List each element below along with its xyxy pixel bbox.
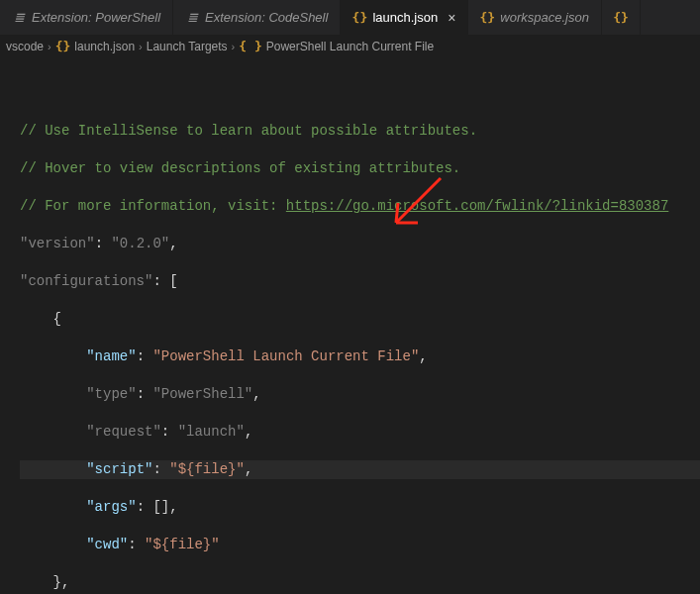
chevron-right-icon: ›	[232, 41, 236, 52]
breadcrumb-item[interactable]: { } PowerShell Launch Current File	[239, 39, 434, 53]
tab-extension-codeshell[interactable]: ≣ Extension: CodeShell	[173, 0, 341, 35]
tab-label: Extension: PowerShell	[32, 10, 160, 25]
tab-extension-powershell[interactable]: ≣ Extension: PowerShell	[0, 0, 173, 35]
tab-label: Extension: CodeShell	[205, 10, 328, 25]
close-icon[interactable]: ×	[448, 10, 455, 26]
comment: // Use IntelliSense to learn about possi…	[20, 123, 477, 139]
chevron-right-icon: ›	[139, 41, 143, 52]
json-icon: {}	[55, 39, 71, 53]
tab-label: launch.json	[372, 10, 438, 25]
tab-overflow[interactable]: {}	[602, 0, 641, 35]
tab-label: workspace.json	[500, 10, 589, 25]
chevron-right-icon: ›	[48, 41, 51, 52]
json-icon: {}	[614, 11, 628, 25]
tab-launch-json[interactable]: {} launch.json ×	[341, 0, 468, 35]
breadcrumb: vscode › {} launch.json › Launch Targets…	[0, 35, 700, 57]
extension-icon: ≣	[185, 11, 199, 25]
breadcrumb-section[interactable]: Launch Targets	[147, 40, 228, 53]
link[interactable]: https://go.microsoft.com/fwlink/?linkid=…	[286, 198, 668, 214]
json-icon: {}	[352, 11, 366, 25]
comment: // For more information, visit:	[20, 198, 286, 214]
extension-icon: ≣	[12, 11, 26, 25]
comment: // Hover to view descriptions of existin…	[20, 160, 460, 176]
breadcrumb-root[interactable]: vscode	[6, 40, 44, 53]
tab-workspace-json[interactable]: {} workspace.json	[468, 0, 602, 35]
json-icon: {}	[480, 11, 494, 25]
json-icon: { }	[239, 39, 261, 53]
code-editor[interactable]: // Use IntelliSense to learn about possi…	[0, 57, 700, 594]
breadcrumb-file[interactable]: {} launch.json	[55, 39, 135, 53]
tab-bar: ≣ Extension: PowerShell ≣ Extension: Cod…	[0, 0, 700, 35]
